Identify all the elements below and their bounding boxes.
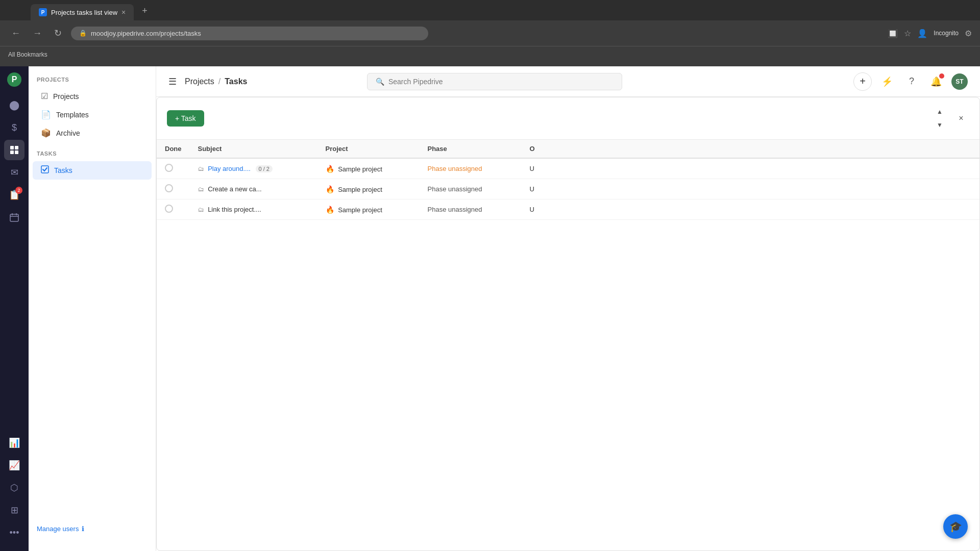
notification-button[interactable]: 🔔 <box>927 72 945 91</box>
subject-cell-1: 🗂 Play around.... 0 / 2 <box>190 158 317 179</box>
nav-inbox-icon[interactable]: 📋 2 <box>4 185 24 205</box>
breadcrumb: Projects / Tasks <box>185 77 247 86</box>
main-content: ☰ Projects / Tasks 🔍 + ⚡ ? 🔔 ST <box>156 66 980 551</box>
done-cell-3 <box>157 199 190 220</box>
panel-close-button[interactable]: × <box>953 110 969 127</box>
tasks-table: Done Subject Project Phase O <box>157 140 979 220</box>
bookmarks-bar: All Bookmarks <box>0 46 980 62</box>
projects-section: PROJECTS ☑ Projects 📄 Templates 📦 Archiv… <box>29 77 156 142</box>
subject-link-1[interactable]: Play around.... <box>208 165 251 172</box>
project-icon-3: 🔥 <box>326 206 334 214</box>
table-header: Done Subject Project Phase O <box>157 140 979 158</box>
scroll-up-button[interactable]: ▲ <box>933 106 947 118</box>
add-task-button[interactable]: + Task <box>167 110 204 127</box>
nav-more-icon[interactable]: ••• <box>4 522 24 543</box>
tasks-icon <box>41 165 49 176</box>
nav-marketplace-icon[interactable]: ⊞ <box>4 500 24 520</box>
back-button[interactable]: ← <box>8 26 23 41</box>
svg-rect-2 <box>10 146 14 149</box>
tab-close-button[interactable]: × <box>121 8 126 16</box>
manage-users-button[interactable]: Manage users ℹ <box>37 525 148 533</box>
project-name-2: Sample project <box>338 186 382 193</box>
nav-leads-icon[interactable]: 📈 <box>4 455 24 475</box>
nav-activity-icon[interactable]: ⬤ <box>4 95 24 115</box>
col-header-subject: Subject <box>190 140 317 158</box>
project-cell-1: 🔥 Sample project <box>317 158 420 179</box>
table-row: 🗂 Play around.... 0 / 2 🔥 Sample project <box>157 158 979 179</box>
add-button[interactable]: + <box>853 72 872 91</box>
nav-mail-icon[interactable]: ✉ <box>4 162 24 183</box>
search-bar[interactable]: 🔍 <box>367 73 622 90</box>
active-tab[interactable]: P Projects tasks list view × <box>31 4 134 20</box>
done-cell-1 <box>157 158 190 179</box>
new-tab-button[interactable]: + <box>138 6 152 20</box>
svg-rect-5 <box>15 151 18 154</box>
nav-projects-icon[interactable] <box>4 140 24 160</box>
bookmark-icon[interactable]: ☆ <box>904 29 911 38</box>
help-chat-button[interactable]: 🎓 <box>943 514 968 539</box>
tab-title: Projects tasks list view <box>51 9 117 16</box>
svg-rect-6 <box>10 214 18 221</box>
nav-products-icon[interactable]: ⬡ <box>4 478 24 498</box>
table-body: 🗂 Play around.... 0 / 2 🔥 Sample project <box>157 158 979 220</box>
breadcrumb-root[interactable]: Projects <box>185 77 214 86</box>
other-cell-3: U <box>522 199 980 220</box>
address-text: moodjoy.pipedrive.com/projects/tasks <box>91 30 201 37</box>
done-radio-2[interactable] <box>165 184 173 192</box>
breadcrumb-separator: / <box>218 77 220 86</box>
project-name-3: Sample project <box>338 206 382 214</box>
help-icon[interactable]: ? <box>902 72 921 91</box>
task-icon-1: 🗂 <box>198 165 204 172</box>
nav-deals-icon[interactable]: $ <box>4 117 24 138</box>
search-input[interactable] <box>388 78 614 86</box>
scroll-down-button[interactable]: ▼ <box>933 119 947 131</box>
col-header-done: Done <box>157 140 190 158</box>
phase-text-1: Phase unassigned <box>428 165 482 172</box>
browser-controls: ← → ↻ 🔒 moodjoy.pipedrive.com/projects/t… <box>0 20 980 46</box>
subject-cell-2: 🗂 Create a new ca... <box>190 179 317 199</box>
cast-icon[interactable]: 🔲 <box>888 29 898 38</box>
projects-section-title: PROJECTS <box>29 77 156 87</box>
other-cell-2: U <box>522 179 980 199</box>
app: P ⬤ $ ✉ 📋 2 📊 📈 <box>0 66 980 551</box>
subject-text-3: Link this project.... <box>208 206 261 213</box>
phase-cell-2: Phase unassigned <box>420 179 522 199</box>
top-bar: ☰ Projects / Tasks 🔍 + ⚡ ? 🔔 ST <box>156 66 980 97</box>
lightning-icon[interactable]: ⚡ <box>878 72 896 91</box>
tasks-section: TASKS Tasks <box>29 151 156 180</box>
project-name-1: Sample project <box>338 165 382 173</box>
left-nav: P ⬤ $ ✉ 📋 2 📊 📈 <box>0 66 29 551</box>
done-radio-1[interactable] <box>165 164 173 172</box>
nav-calendar-icon[interactable] <box>4 207 24 228</box>
bookmarks-label: All Bookmarks <box>8 51 47 58</box>
done-cell-2 <box>157 179 190 199</box>
sidebar-tasks-label: Tasks <box>54 166 72 174</box>
extensions-icon[interactable]: ⚙ <box>965 29 972 38</box>
done-radio-3[interactable] <box>165 205 173 213</box>
tasks-section-title: TASKS <box>29 151 156 161</box>
sidebar-item-archive[interactable]: 📦 Archive <box>33 124 152 142</box>
reload-button[interactable]: ↻ <box>51 26 65 41</box>
sidebar-item-projects[interactable]: ☑ Projects <box>33 87 152 105</box>
address-bar[interactable]: 🔒 moodjoy.pipedrive.com/projects/tasks <box>71 27 428 40</box>
menu-toggle-button[interactable]: ☰ <box>168 76 177 87</box>
manage-users-label: Manage users <box>37 525 79 533</box>
user-avatar[interactable]: ST <box>951 73 968 90</box>
table-panel: + Task ▲ ▼ × Done Subject <box>156 97 980 551</box>
nav-insights-icon[interactable]: 📊 <box>4 433 24 453</box>
subject-cell-3: 🗂 Link this project.... <box>190 199 317 220</box>
app-logo[interactable]: P <box>5 70 23 89</box>
sidebar-item-templates[interactable]: 📄 Templates <box>33 106 152 123</box>
col-header-project: Project <box>317 140 420 158</box>
phase-text-3: Phase unassigned <box>428 206 482 213</box>
lock-icon: 🔒 <box>79 30 87 37</box>
project-icon-2: 🔥 <box>326 185 334 193</box>
other-value-1: U <box>530 165 534 172</box>
tab-bar: P Projects tasks list view × + <box>0 0 980 20</box>
profile-icon[interactable]: 👤 <box>917 29 927 38</box>
table-container: Done Subject Project Phase O <box>157 140 979 220</box>
col-header-phase: Phase <box>420 140 522 158</box>
other-value-2: U <box>530 185 534 193</box>
sidebar-item-tasks[interactable]: Tasks <box>33 161 152 180</box>
forward-button[interactable]: → <box>30 26 45 41</box>
